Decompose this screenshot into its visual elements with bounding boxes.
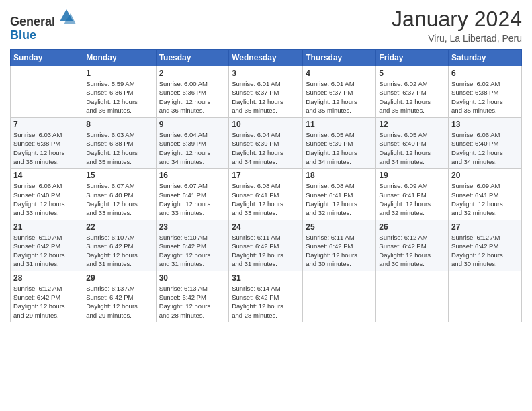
day-info: Sunrise: 6:08 AMSunset: 6:41 PMDaylight:… xyxy=(232,181,300,217)
day-number: 20 xyxy=(451,171,519,180)
header-sunday: Sunday xyxy=(11,50,83,66)
logo-blue-text: Blue xyxy=(10,28,36,42)
day-info: Sunrise: 6:10 AMSunset: 6:42 PMDaylight:… xyxy=(159,233,226,269)
day-number: 27 xyxy=(451,222,519,232)
calendar-cell: 29Sunrise: 6:13 AMSunset: 6:42 PMDayligh… xyxy=(83,271,156,322)
calendar-cell: 27Sunrise: 6:12 AMSunset: 6:42 PMDayligh… xyxy=(449,220,522,271)
day-info: Sunrise: 6:05 AMSunset: 6:39 PMDaylight:… xyxy=(306,130,373,166)
calendar-page: General Blue January 2024 Viru, La Liber… xyxy=(0,0,532,411)
logo-general-text: General xyxy=(10,15,55,28)
day-info: Sunrise: 6:04 AMSunset: 6:39 PMDaylight:… xyxy=(232,130,300,166)
header-tuesday: Tuesday xyxy=(156,50,229,66)
day-info: Sunrise: 6:02 AMSunset: 6:38 PMDaylight:… xyxy=(451,79,519,115)
day-info: Sunrise: 6:12 AMSunset: 6:42 PMDaylight:… xyxy=(451,233,519,269)
day-info: Sunrise: 6:07 AMSunset: 6:41 PMDaylight:… xyxy=(159,181,226,217)
calendar-cell xyxy=(376,271,449,322)
calendar-cell xyxy=(11,66,83,118)
calendar-cell: 1Sunrise: 5:59 AMSunset: 6:36 PMDaylight… xyxy=(83,66,156,118)
day-info: Sunrise: 5:59 AMSunset: 6:36 PMDaylight:… xyxy=(86,79,152,115)
calendar-cell: 17Sunrise: 6:08 AMSunset: 6:41 PMDayligh… xyxy=(229,169,303,220)
calendar-cell xyxy=(303,271,376,322)
calendar-cell: 8Sunrise: 6:03 AMSunset: 6:38 PMDaylight… xyxy=(83,118,156,169)
day-info: Sunrise: 6:12 AMSunset: 6:42 PMDaylight:… xyxy=(13,284,80,320)
day-number: 12 xyxy=(379,120,445,129)
calendar-cell: 6Sunrise: 6:02 AMSunset: 6:38 PMDaylight… xyxy=(449,66,522,118)
day-number: 21 xyxy=(13,222,80,232)
header-thursday: Thursday xyxy=(303,50,376,66)
day-info: Sunrise: 6:13 AMSunset: 6:42 PMDaylight:… xyxy=(159,284,226,320)
day-number: 10 xyxy=(232,120,300,129)
calendar-cell: 14Sunrise: 6:06 AMSunset: 6:40 PMDayligh… xyxy=(11,169,83,220)
day-info: Sunrise: 6:01 AMSunset: 6:37 PMDaylight:… xyxy=(306,79,373,115)
day-info: Sunrise: 6:05 AMSunset: 6:40 PMDaylight:… xyxy=(379,130,445,166)
day-info: Sunrise: 6:01 AMSunset: 6:37 PMDaylight:… xyxy=(232,79,300,115)
day-info: Sunrise: 6:11 AMSunset: 6:42 PMDaylight:… xyxy=(306,233,373,269)
day-info: Sunrise: 6:10 AMSunset: 6:42 PMDaylight:… xyxy=(13,233,80,269)
header-friday: Friday xyxy=(376,50,449,66)
header-wednesday: Wednesday xyxy=(229,50,303,66)
day-number: 28 xyxy=(13,273,80,283)
day-number: 19 xyxy=(379,171,445,180)
calendar-cell: 31Sunrise: 6:14 AMSunset: 6:42 PMDayligh… xyxy=(229,271,303,322)
day-number: 25 xyxy=(306,222,373,232)
calendar-cell: 15Sunrise: 6:07 AMSunset: 6:40 PMDayligh… xyxy=(83,169,156,220)
title-block: January 2024 Viru, La Libertad, Peru xyxy=(392,7,522,44)
calendar-cell: 13Sunrise: 6:06 AMSunset: 6:40 PMDayligh… xyxy=(449,118,522,169)
calendar-cell: 11Sunrise: 6:05 AMSunset: 6:39 PMDayligh… xyxy=(303,118,376,169)
day-number: 3 xyxy=(232,68,300,78)
calendar-cell: 2Sunrise: 6:00 AMSunset: 6:36 PMDaylight… xyxy=(156,66,229,118)
day-number: 30 xyxy=(159,273,226,283)
month-title: January 2024 xyxy=(392,7,522,32)
day-info: Sunrise: 6:06 AMSunset: 6:40 PMDaylight:… xyxy=(13,181,80,217)
day-number: 6 xyxy=(451,68,519,78)
day-info: Sunrise: 6:14 AMSunset: 6:42 PMDaylight:… xyxy=(232,284,300,320)
day-number: 31 xyxy=(232,273,300,283)
calendar-table: Sunday Monday Tuesday Wednesday Thursday… xyxy=(10,49,522,322)
calendar-cell: 20Sunrise: 6:09 AMSunset: 6:41 PMDayligh… xyxy=(449,169,522,220)
day-number: 1 xyxy=(86,68,152,78)
calendar-cell: 23Sunrise: 6:10 AMSunset: 6:42 PMDayligh… xyxy=(156,220,229,271)
calendar-cell: 30Sunrise: 6:13 AMSunset: 6:42 PMDayligh… xyxy=(156,271,229,322)
day-info: Sunrise: 6:06 AMSunset: 6:40 PMDaylight:… xyxy=(451,130,519,166)
day-info: Sunrise: 6:07 AMSunset: 6:40 PMDaylight:… xyxy=(86,181,152,217)
week-row-1: 1Sunrise: 5:59 AMSunset: 6:36 PMDaylight… xyxy=(11,66,522,118)
week-row-5: 28Sunrise: 6:12 AMSunset: 6:42 PMDayligh… xyxy=(11,271,522,322)
day-number: 24 xyxy=(232,222,300,232)
day-number: 22 xyxy=(86,222,152,232)
calendar-cell: 10Sunrise: 6:04 AMSunset: 6:39 PMDayligh… xyxy=(229,118,303,169)
day-info: Sunrise: 6:13 AMSunset: 6:42 PMDaylight:… xyxy=(86,284,152,320)
day-number: 11 xyxy=(306,120,373,129)
day-number: 13 xyxy=(451,120,519,129)
day-info: Sunrise: 6:00 AMSunset: 6:36 PMDaylight:… xyxy=(159,79,226,115)
day-info: Sunrise: 6:09 AMSunset: 6:41 PMDaylight:… xyxy=(379,181,445,217)
day-number: 7 xyxy=(13,120,80,129)
logo-icon xyxy=(57,7,76,26)
day-info: Sunrise: 6:03 AMSunset: 6:38 PMDaylight:… xyxy=(86,130,152,166)
day-info: Sunrise: 6:08 AMSunset: 6:41 PMDaylight:… xyxy=(306,181,373,217)
calendar-cell: 19Sunrise: 6:09 AMSunset: 6:41 PMDayligh… xyxy=(376,169,449,220)
calendar-cell: 12Sunrise: 6:05 AMSunset: 6:40 PMDayligh… xyxy=(376,118,449,169)
calendar-cell: 9Sunrise: 6:04 AMSunset: 6:39 PMDaylight… xyxy=(156,118,229,169)
day-number: 5 xyxy=(379,68,445,78)
day-info: Sunrise: 6:09 AMSunset: 6:41 PMDaylight:… xyxy=(451,181,519,217)
day-number: 2 xyxy=(159,68,226,78)
calendar-cell: 22Sunrise: 6:10 AMSunset: 6:42 PMDayligh… xyxy=(83,220,156,271)
day-number: 26 xyxy=(379,222,445,232)
calendar-cell: 26Sunrise: 6:12 AMSunset: 6:42 PMDayligh… xyxy=(376,220,449,271)
calendar-cell: 3Sunrise: 6:01 AMSunset: 6:37 PMDaylight… xyxy=(229,66,303,118)
week-row-4: 21Sunrise: 6:10 AMSunset: 6:42 PMDayligh… xyxy=(11,220,522,271)
day-number: 14 xyxy=(13,171,80,180)
calendar-cell: 4Sunrise: 6:01 AMSunset: 6:37 PMDaylight… xyxy=(303,66,376,118)
calendar-cell: 16Sunrise: 6:07 AMSunset: 6:41 PMDayligh… xyxy=(156,169,229,220)
day-number: 4 xyxy=(306,68,373,78)
day-number: 15 xyxy=(86,171,152,180)
day-info: Sunrise: 6:10 AMSunset: 6:42 PMDaylight:… xyxy=(86,233,152,269)
day-info: Sunrise: 6:12 AMSunset: 6:42 PMDaylight:… xyxy=(379,233,445,269)
location-subtitle: Viru, La Libertad, Peru xyxy=(392,33,522,44)
day-number: 18 xyxy=(306,171,373,180)
calendar-cell xyxy=(449,271,522,322)
calendar-cell: 25Sunrise: 6:11 AMSunset: 6:42 PMDayligh… xyxy=(303,220,376,271)
calendar-cell: 24Sunrise: 6:11 AMSunset: 6:42 PMDayligh… xyxy=(229,220,303,271)
calendar-cell: 21Sunrise: 6:10 AMSunset: 6:42 PMDayligh… xyxy=(11,220,83,271)
logo: General Blue xyxy=(10,7,76,42)
